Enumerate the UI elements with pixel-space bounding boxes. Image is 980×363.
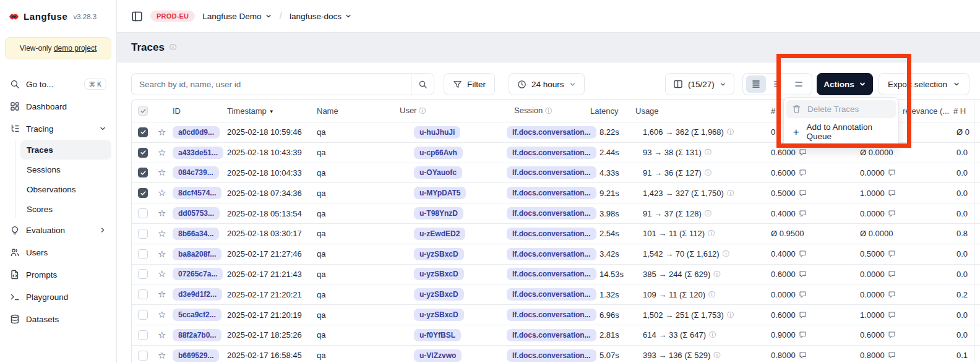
bookmark-star-icon[interactable]: ☆ [158,127,166,137]
header-latency[interactable]: Latency [590,106,634,116]
trace-id-badge[interactable]: 5cca9cf2... [173,309,221,321]
user-id-badge[interactable]: u-f0YfBSL [414,329,461,341]
search-button[interactable] [411,73,434,95]
row-checkbox[interactable] [138,351,148,361]
user-id-badge[interactable]: u-MYpDAT5 [414,187,466,199]
row-checkbox[interactable] [138,310,148,320]
trace-id-badge[interactable]: b669529... [173,349,219,362]
row-height-medium-button[interactable] [768,75,788,93]
trace-id-badge[interactable]: 88f2a7b0... [173,329,221,341]
info-icon: ⓘ [708,229,715,238]
row-checkbox[interactable] [138,249,148,259]
user-id-badge[interactable]: u-T98YnzD [414,207,463,220]
header-usage[interactable]: Usage [634,106,768,116]
session-id-badge[interactable]: lf.docs.conversation... [507,268,596,280]
session-id-badge[interactable]: lf.docs.conversation... [507,126,596,139]
select-all-checkbox[interactable] [138,106,148,116]
row-checkbox[interactable] [138,330,148,340]
menu-item-add-to-annotation-queue[interactable]: + Add to Annotation Queue [786,118,896,145]
demo-project-link[interactable]: demo project [54,44,97,53]
user-id-badge[interactable]: u-yzSBxcD [414,309,464,321]
row-checkbox[interactable] [138,148,148,158]
bookmark-star-icon[interactable]: ☆ [158,309,166,320]
user-id-badge[interactable]: u-cp66Avh [414,147,463,159]
bookmark-star-icon[interactable]: ☆ [158,147,166,158]
header-name[interactable]: Name [317,106,397,116]
session-id-badge[interactable]: lf.docs.conversation... [507,187,596,199]
sidebar-item-playground[interactable]: Playground [5,286,111,308]
user-id-badge[interactable]: u-zEwdED2 [414,228,465,240]
row-checkbox[interactable] [138,229,148,239]
trace-id-badge[interactable]: 07265c7a... [173,268,223,280]
header-id[interactable]: ID [173,106,227,116]
sidebar-item-users[interactable]: Users [5,241,111,263]
bookmark-star-icon[interactable]: ☆ [158,167,166,177]
trace-id-badge[interactable]: 8dcf4574... [173,187,221,199]
sidebar-item-datasets[interactable]: Datasets [5,308,111,330]
sidebar-item-tracing[interactable]: Tracing [5,117,111,140]
user-id-badge[interactable]: u-VlZzvwo [414,349,462,362]
bookmark-star-icon[interactable]: ☆ [158,249,166,259]
project-breadcrumb[interactable]: langfuse-docs [290,12,352,21]
sidebar-item-goto[interactable]: Go to... ⌘ K [5,73,111,95]
sidebar-item-traces[interactable]: Traces [20,140,111,160]
trace-id-badge[interactable]: a433de51... [173,147,223,159]
row-checkbox[interactable] [138,208,148,218]
sidebar-item-prompts[interactable]: Prompts [5,263,111,286]
sidebar-item-sessions[interactable]: Sessions [20,160,111,179]
brand[interactable]: Langfuse v3.28.3 [0,0,116,33]
column-visibility-button[interactable]: (15/27) [665,73,734,95]
sidebar-item-observations[interactable]: Observations [20,179,111,199]
row-checkbox[interactable] [138,188,148,198]
bookmark-star-icon[interactable]: ☆ [158,268,166,279]
user-id-badge[interactable]: u-huJhuJi [414,126,460,139]
session-id-badge[interactable]: lf.docs.conversation... [507,207,596,220]
filter-button[interactable]: Filter [444,73,495,95]
time-range-button[interactable]: 24 hours [509,73,585,95]
session-id-badge[interactable]: lf.docs.conversation... [507,228,596,240]
panel-left-icon[interactable] [131,11,143,22]
bookmark-star-icon[interactable]: ☆ [158,208,166,218]
org-breadcrumb[interactable]: Langfuse Demo [202,12,272,21]
row-height-tall-button[interactable] [789,75,809,93]
trace-id-badge[interactable]: ba8a208f... [173,248,221,260]
row-height-compact-button[interactable] [746,75,766,93]
header-last[interactable]: # H [952,106,980,116]
session-id-badge[interactable]: lf.docs.conversation... [507,349,596,362]
user-id-badge[interactable]: u-yzSBxcD [414,268,464,280]
trace-id-badge[interactable]: a0cd0d9... [173,126,220,139]
header-timestamp[interactable]: Timestamp▼ [227,106,317,116]
user-id-badge[interactable]: u-OYauofc [414,166,462,179]
bookmark-star-icon[interactable]: ☆ [158,187,166,198]
session-id-badge[interactable]: lf.docs.conversation... [507,309,596,321]
menu-item-delete-traces[interactable]: Delete Traces [786,100,896,118]
sidebar-item-dashboard[interactable]: Dashboard [5,95,111,117]
bookmark-star-icon[interactable]: ☆ [158,330,166,340]
sidebar-item-evaluation[interactable]: Evaluation [5,219,111,241]
sidebar-item-scores[interactable]: Scores [20,199,111,219]
trace-id-badge[interactable]: d3e9d1f2... [173,288,222,301]
header-relevance[interactable]: relevance (... [903,106,952,116]
session-id-badge[interactable]: lf.docs.conversation... [507,147,596,159]
trace-id-badge[interactable]: 084c739... [173,166,219,179]
session-id-badge[interactable]: lf.docs.conversation... [507,329,596,341]
actions-button[interactable]: Actions [817,73,873,95]
session-id-badge[interactable]: lf.docs.conversation... [507,248,596,260]
trace-id-badge[interactable]: 8b66a34... [173,228,219,240]
bookmark-star-icon[interactable]: ☆ [158,228,166,239]
row-checkbox[interactable] [138,289,148,299]
row-checkbox[interactable] [138,127,148,137]
session-id-badge[interactable]: lf.docs.conversation... [507,288,596,301]
bookmark-star-icon[interactable]: ☆ [158,350,166,361]
search-input[interactable] [132,80,411,89]
export-selection-button[interactable]: Export selection [879,73,969,95]
user-id-badge[interactable]: u-yzSBxcD [414,248,464,260]
trace-id-badge[interactable]: dd05753... [173,207,220,220]
session-id-badge[interactable]: lf.docs.conversation... [507,166,596,179]
user-id-badge[interactable]: u-yzSBxcD [414,288,464,301]
header-session[interactable]: Session ⓘ [507,106,590,116]
row-checkbox[interactable] [138,269,148,279]
header-user[interactable]: User ⓘ [397,106,507,116]
row-checkbox[interactable] [138,168,148,177]
bookmark-star-icon[interactable]: ☆ [158,289,166,299]
